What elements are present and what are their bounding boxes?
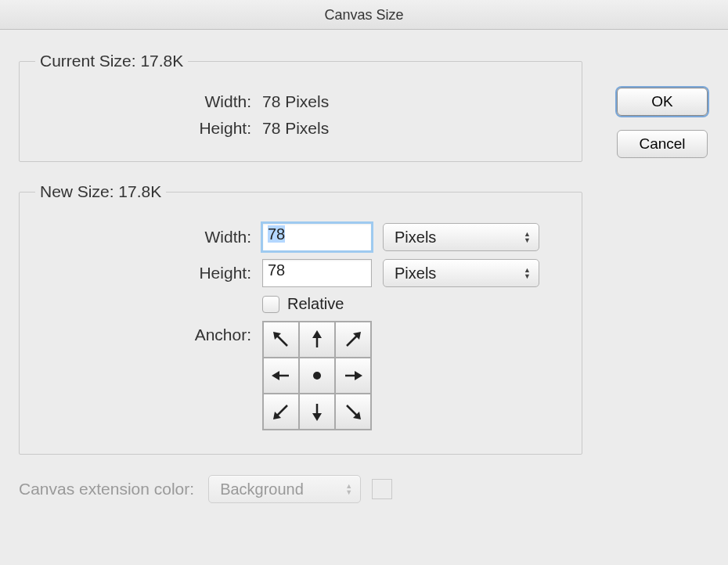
anchor-sw[interactable] — [263, 394, 299, 430]
height-unit-value: Pixels — [395, 265, 436, 282]
stepper-icon: ▲▼ — [524, 267, 531, 279]
anchor-s[interactable] — [299, 394, 335, 430]
svg-line-11 — [276, 405, 287, 416]
dialog-buttons: OK Cancel — [617, 88, 708, 158]
arrow-e-icon — [342, 365, 364, 387]
arrow-sw-icon — [270, 401, 292, 423]
arrow-w-icon — [270, 365, 292, 387]
width-unit-select[interactable]: Pixels ▲▼ — [383, 223, 539, 251]
relative-label: Relative — [287, 295, 344, 313]
canvas-extension-select[interactable]: Background ▲▼ — [208, 475, 361, 503]
stepper-icon: ▲▼ — [524, 231, 531, 243]
svg-marker-7 — [272, 371, 279, 380]
anchor-row: Anchor: — [35, 321, 566, 430]
arrow-ne-icon — [342, 329, 364, 351]
width-input[interactable]: 78 — [262, 223, 372, 251]
arrow-nw-icon — [270, 329, 292, 351]
svg-line-0 — [276, 335, 287, 346]
svg-marker-10 — [355, 371, 362, 380]
canvas-extension-row: Canvas extension color: Background ▲▼ — [19, 475, 582, 503]
anchor-center[interactable] — [299, 358, 335, 394]
height-input-value: 78 — [268, 261, 285, 279]
new-height-label: Height: — [35, 264, 262, 282]
anchor-n[interactable] — [299, 322, 335, 358]
anchor-w[interactable] — [263, 358, 299, 394]
svg-marker-3 — [312, 330, 322, 338]
relative-row: Relative — [35, 295, 566, 313]
current-height-label: Height: — [35, 119, 262, 138]
current-size-legend: Current Size: 17.8K — [35, 52, 188, 70]
arrow-n-icon — [306, 329, 328, 351]
current-width-label: Width: — [35, 92, 262, 111]
ok-button[interactable]: OK — [617, 88, 708, 116]
canvas-size-dialog: Canvas Size Current Size: 17.8K Width: 7… — [0, 0, 728, 565]
svg-marker-14 — [312, 413, 322, 421]
current-width-value: 78 Pixels — [262, 92, 329, 111]
current-size-group: Current Size: 17.8K Width: 78 Pixels Hei… — [19, 52, 582, 162]
svg-line-4 — [347, 335, 358, 346]
dialog-content: Current Size: 17.8K Width: 78 Pixels Hei… — [0, 30, 728, 519]
relative-checkbox[interactable] — [262, 296, 279, 313]
svg-point-8 — [313, 372, 321, 380]
current-height-value: 78 Pixels — [262, 119, 329, 138]
dialog-title: Canvas Size — [0, 0, 728, 30]
arrow-se-icon — [342, 401, 364, 423]
current-width-row: Width: 78 Pixels — [35, 92, 566, 111]
main-column: Current Size: 17.8K Width: 78 Pixels Hei… — [19, 52, 582, 503]
anchor-se[interactable] — [335, 394, 371, 430]
new-size-legend: New Size: 17.8K — [35, 182, 166, 201]
cancel-button[interactable]: Cancel — [617, 130, 708, 158]
width-input-value: 78 — [268, 225, 285, 243]
canvas-extension-swatch[interactable] — [372, 479, 392, 499]
svg-line-15 — [347, 405, 358, 416]
current-height-row: Height: 78 Pixels — [35, 119, 566, 138]
new-width-row: Width: 78 Pixels ▲▼ — [35, 223, 566, 251]
anchor-label: Anchor: — [35, 321, 262, 344]
anchor-ne[interactable] — [335, 322, 371, 358]
anchor-grid — [262, 321, 372, 430]
stepper-icon: ▲▼ — [345, 483, 352, 495]
new-size-group: New Size: 17.8K Width: 78 Pixels ▲▼ Heig… — [19, 182, 582, 455]
anchor-e[interactable] — [335, 358, 371, 394]
width-unit-value: Pixels — [395, 229, 436, 247]
canvas-extension-value: Background — [220, 480, 304, 498]
height-unit-select[interactable]: Pixels ▲▼ — [383, 259, 539, 287]
new-width-label: Width: — [35, 228, 262, 247]
arrow-s-icon — [306, 401, 328, 423]
anchor-nw[interactable] — [263, 322, 299, 358]
new-height-row: Height: 78 Pixels ▲▼ — [35, 259, 566, 287]
height-input[interactable]: 78 — [262, 259, 372, 287]
canvas-extension-label: Canvas extension color: — [19, 480, 194, 498]
anchor-center-icon — [306, 365, 328, 387]
